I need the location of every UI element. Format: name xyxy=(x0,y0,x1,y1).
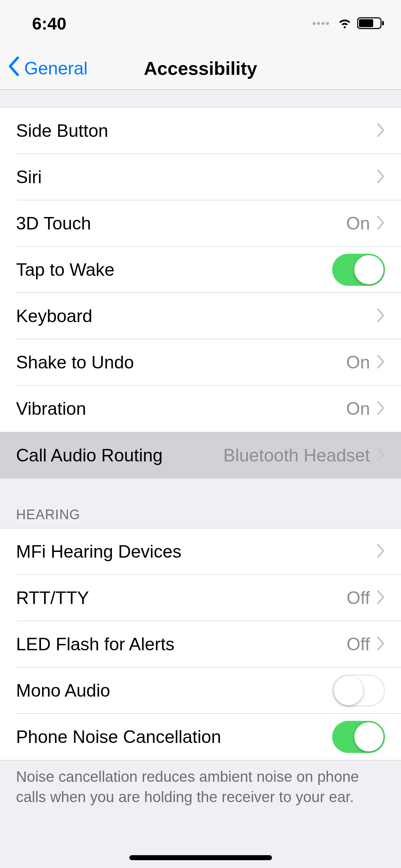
row-shake-to-undo[interactable]: Shake to Undo On xyxy=(0,339,401,386)
row-label: Side Button xyxy=(16,120,376,141)
row-call-audio-routing[interactable]: Call Audio Routing Bluetooth Headset xyxy=(0,432,401,479)
row-led-flash-alerts[interactable]: LED Flash for Alerts Off xyxy=(0,621,401,667)
row-mono-audio[interactable]: Mono Audio xyxy=(0,667,401,714)
row-label: Phone Noise Cancellation xyxy=(16,727,332,747)
chevron-right-icon xyxy=(376,637,385,652)
row-value: On xyxy=(346,352,370,373)
row-mfi-hearing-devices[interactable]: MFi Hearing Devices xyxy=(0,528,401,575)
hearing-section-footer: Noise cancellation reduces ambient noise… xyxy=(0,760,401,821)
chevron-right-icon xyxy=(376,123,385,138)
row-label: Keyboard xyxy=(16,306,376,326)
battery-icon xyxy=(357,14,385,33)
row-value: On xyxy=(346,213,370,234)
status-bar: 6:40 •••• xyxy=(0,0,401,47)
chevron-right-icon xyxy=(376,309,385,324)
row-value: Bluetooth Headset xyxy=(223,445,370,466)
row-label: Shake to Undo xyxy=(16,352,346,373)
row-phone-noise-cancellation[interactable]: Phone Noise Cancellation xyxy=(0,714,401,760)
row-keyboard[interactable]: Keyboard xyxy=(0,293,401,339)
status-right-cluster: •••• xyxy=(312,14,385,33)
tap-to-wake-toggle[interactable] xyxy=(332,254,385,286)
chevron-left-icon xyxy=(7,57,24,80)
row-label: Call Audio Routing xyxy=(16,445,223,466)
back-label: General xyxy=(24,58,88,79)
cellular-dots-icon: •••• xyxy=(312,17,330,30)
group-gap xyxy=(0,90,401,108)
row-3d-touch[interactable]: 3D Touch On xyxy=(0,200,401,247)
svg-rect-1 xyxy=(359,19,373,27)
wifi-icon xyxy=(337,14,352,33)
status-time: 6:40 xyxy=(32,14,66,33)
row-label: Tap to Wake xyxy=(16,259,332,280)
nav-bar: General Accessibility xyxy=(0,47,401,90)
row-value: Off xyxy=(346,634,370,655)
row-label: MFi Hearing Devices xyxy=(16,541,376,562)
row-tap-to-wake[interactable]: Tap to Wake xyxy=(0,247,401,293)
row-side-button[interactable]: Side Button xyxy=(0,108,401,154)
home-indicator[interactable] xyxy=(129,855,272,860)
row-label: RTT/TTY xyxy=(16,588,346,608)
svg-rect-2 xyxy=(382,21,384,25)
row-siri[interactable]: Siri xyxy=(0,154,401,200)
back-button[interactable]: General xyxy=(0,47,88,89)
row-label: Vibration xyxy=(16,398,346,419)
chevron-right-icon xyxy=(376,448,385,463)
chevron-right-icon xyxy=(376,216,385,231)
row-label: 3D Touch xyxy=(16,213,346,234)
row-value: On xyxy=(346,398,370,419)
chevron-right-icon xyxy=(376,401,385,416)
chevron-right-icon xyxy=(376,590,385,605)
row-label: LED Flash for Alerts xyxy=(16,634,346,655)
settings-content: Side Button Siri 3D Touch On Tap to Wake… xyxy=(0,90,401,821)
chevron-right-icon xyxy=(376,355,385,370)
row-label: Siri xyxy=(16,167,376,187)
row-value: Off xyxy=(346,588,370,608)
chevron-right-icon xyxy=(376,170,385,185)
chevron-right-icon xyxy=(376,544,385,559)
row-vibration[interactable]: Vibration On xyxy=(0,386,401,432)
row-rtt-tty[interactable]: RTT/TTY Off xyxy=(0,575,401,621)
hearing-section-header: Hearing xyxy=(0,479,401,528)
phone-noise-cancellation-toggle[interactable] xyxy=(332,721,385,753)
row-label: Mono Audio xyxy=(16,680,332,701)
mono-audio-toggle[interactable] xyxy=(332,675,385,707)
